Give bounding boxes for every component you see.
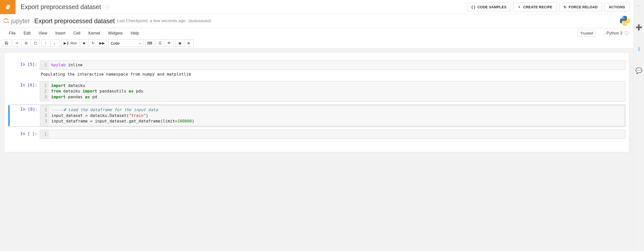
cut-icon: ✂ (16, 41, 19, 45)
target-button[interactable]: ◉ (175, 39, 184, 47)
code-text[interactable] (49, 130, 625, 139)
interrupt-button[interactable]: ■ (80, 39, 89, 47)
svg-point-2 (8, 22, 9, 23)
target-icon: ◉ (178, 41, 181, 45)
restart-run-all-button[interactable]: ▶▶ (98, 39, 107, 47)
info-icon[interactable]: ℹ (638, 46, 640, 52)
copy-icon: ⧉ (25, 41, 27, 45)
svg-point-1 (4, 22, 4, 23)
notebook: In [5]:1%pylab inlinePopulating the inte… (5, 53, 629, 152)
checkpoint-text: Last Checkpoint: a few seconds ago (117, 18, 185, 23)
eye-button[interactable]: 👁 (165, 39, 174, 47)
code-samples-label: CODE SAMPLES (477, 5, 507, 9)
force-reload-button[interactable]: ↻FORCE RELOAD (559, 3, 602, 11)
code-input[interactable]: 1 (40, 130, 625, 139)
menu-kernel[interactable]: Kernel (84, 31, 104, 36)
autosaved-text: (autosaved) (188, 18, 211, 23)
code-text[interactable]: %pylab inline (49, 61, 625, 70)
notebook-title[interactable]: Export preprocessed dataset (34, 17, 115, 25)
app-logo[interactable] (0, 0, 16, 14)
circle-plus-icon: ⊕ (187, 41, 190, 45)
run-label: Run (70, 41, 77, 45)
eye-icon: 👁 (167, 41, 171, 45)
reload-icon: ↻ (564, 5, 567, 9)
code-text[interactable]: ――――→# Load the dataframe for the input … (49, 106, 624, 126)
plus-icon: ＋ (517, 5, 521, 9)
save-icon (5, 41, 8, 45)
line-gutter: 1 (40, 130, 49, 139)
menu-view[interactable]: View (34, 31, 51, 36)
copy-button[interactable]: ⧉ (22, 39, 31, 47)
cell-prompt: In [6]: (10, 81, 40, 102)
keyboard-icon: ⌨ (147, 41, 152, 45)
menu-cell[interactable]: Cell (69, 31, 85, 36)
notebook-container: In [5]:1%pylab inlinePopulating the inte… (0, 48, 633, 251)
braces-icon: { } (471, 5, 475, 9)
plus-circle-icon[interactable]: ➕ (635, 24, 642, 31)
jupyter-logo-icon (3, 17, 10, 25)
jupyter-header: jupyter Export preprocessed dataset Last… (0, 14, 633, 28)
chat-icon[interactable]: 💬 (635, 68, 642, 74)
kernel-separator (604, 30, 604, 36)
jupyter-toolbar: ✂ ⧉ 📋︎ ↑ ↓ ▶❙Run ■ ↻ ▶▶ Code ⌨ (0, 38, 633, 48)
list-button[interactable]: ☰ (156, 39, 165, 47)
restart-button[interactable]: ↻ (89, 39, 98, 47)
back-arrow-icon[interactable]: ← (636, 3, 642, 9)
cell-type-select[interactable]: Code (108, 39, 144, 47)
force-reload-label: FORCE RELOAD (569, 5, 598, 9)
code-input[interactable]: 1%pylab inline (40, 60, 625, 70)
arrow-up-icon: ↑ (45, 41, 47, 45)
app-topbar: Export preprocessed dataset ⟲ { }CODE SA… (0, 0, 633, 14)
jupyter-logo-text: jupyter (11, 17, 30, 25)
restart-icon: ↻ (92, 41, 95, 45)
line-gutter: 1 (40, 61, 49, 70)
cut-button[interactable]: ✂ (13, 39, 22, 47)
paste-icon: 📋︎ (33, 41, 37, 45)
jupyter-logo[interactable]: jupyter (3, 17, 30, 25)
play-step-icon: ▶❙ (64, 41, 69, 45)
page-title: Export preprocessed dataset (21, 3, 101, 11)
paste-button[interactable]: 📋︎ (31, 39, 40, 47)
list-icon: ☰ (158, 41, 162, 45)
code-text[interactable]: import dataiku from dataiku import panda… (49, 81, 625, 102)
code-input[interactable]: 123――――→# Load the dataframe for the inp… (40, 105, 625, 126)
jupyter-menubar: File Edit View Insert Cell Kernel Widget… (0, 28, 633, 38)
fast-forward-icon: ▶▶ (99, 41, 105, 45)
command-palette-button[interactable]: ⌨ (145, 39, 154, 47)
menu-widgets[interactable]: Widgets (104, 31, 127, 36)
code-cell[interactable]: In [8]:123――――→# Load the dataframe for … (8, 105, 625, 127)
code-cell[interactable]: In [5]:1%pylab inlinePopulating the inte… (8, 60, 625, 78)
code-cell[interactable]: In [ ]:1 (8, 129, 625, 140)
cell-output: Populating the interactive namespace fro… (40, 70, 625, 78)
create-recipe-label: CREATE RECIPE (523, 5, 552, 9)
code-samples-button[interactable]: { }CODE SAMPLES (467, 3, 511, 11)
run-button[interactable]: ▶❙Run (61, 39, 80, 47)
menu-help[interactable]: Help (127, 31, 143, 36)
line-gutter: 123 (40, 106, 49, 126)
actions-button[interactable]: ACTIONS (605, 3, 629, 11)
trusted-badge[interactable]: Trusted (578, 30, 596, 37)
menu-file[interactable]: File (5, 31, 20, 36)
app-logo-icon (4, 4, 11, 11)
kernel-name[interactable]: Python 3 (607, 31, 622, 36)
kernel-indicator-icon (625, 32, 628, 35)
save-button[interactable] (2, 39, 11, 47)
actions-label: ACTIONS (609, 5, 625, 9)
insert-above-button[interactable]: ⊕ (184, 39, 193, 47)
create-recipe-button[interactable]: ＋CREATE RECIPE (513, 3, 557, 12)
python-icon (620, 16, 630, 26)
cell-prompt: In [ ]: (10, 130, 40, 139)
right-rail: ← ➕ ℹ 💬 (633, 0, 644, 251)
menu-insert[interactable]: Insert (51, 31, 69, 36)
code-input[interactable]: 123import dataiku from dataiku import pa… (40, 81, 625, 102)
refresh-icon[interactable]: ⟲ (105, 5, 110, 10)
move-up-button[interactable]: ↑ (41, 39, 50, 47)
cell-prompt: In [5]: (10, 60, 40, 78)
line-gutter: 123 (40, 81, 49, 102)
arrow-down-icon: ↓ (54, 41, 56, 45)
stop-icon: ■ (83, 41, 85, 45)
menu-edit[interactable]: Edit (20, 31, 35, 36)
cell-prompt: In [8]: (10, 105, 40, 126)
move-down-button[interactable]: ↓ (50, 39, 59, 47)
code-cell[interactable]: In [6]:123import dataiku from dataiku im… (8, 81, 625, 102)
